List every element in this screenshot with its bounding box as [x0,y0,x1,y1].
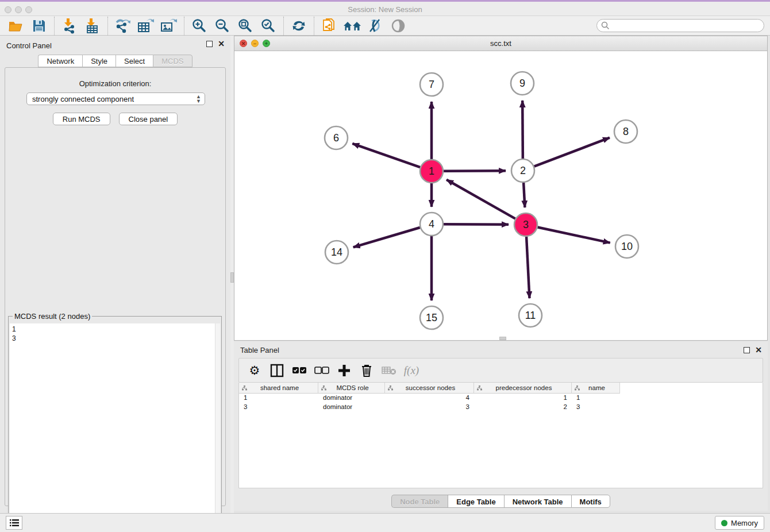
edge-2-8[interactable] [534,138,610,167]
tab-motifs[interactable]: Motifs [571,495,610,508]
node-3[interactable]: 3 [514,213,537,236]
export-network-icon[interactable] [111,17,134,34]
node-table[interactable]: shared nameMCDS rolesuccessor nodesprede… [238,383,763,488]
show-all-networks-icon[interactable] [341,17,364,34]
column-header-MCDS-role[interactable]: MCDS role [318,383,385,394]
table-panel-float-icon[interactable] [744,347,750,353]
network-graph[interactable]: 7968124314101511 [234,51,767,340]
node-8[interactable]: 8 [614,120,637,143]
toolbar-separator [184,17,184,35]
edge-2-3[interactable] [523,183,525,207]
node-1[interactable]: 1 [420,160,443,183]
node-14[interactable]: 14 [325,241,348,264]
mcds-result-title: MCDS result (2 nodes) [13,312,92,321]
node-7[interactable]: 7 [420,73,443,96]
refresh-icon[interactable] [287,17,310,34]
tab-style[interactable]: Style [82,55,116,67]
edge-1-6[interactable] [352,144,420,167]
edge-4-14[interactable] [353,228,420,247]
delete-table-icon[interactable] [379,362,399,379]
tab-network-table[interactable]: Network Table [504,495,571,508]
task-history-button[interactable] [6,516,22,530]
node-6[interactable]: 6 [325,126,348,149]
memory-button[interactable]: Memory [715,516,764,530]
column-header-predecessor-nodes[interactable]: predecessor nodes [474,383,572,394]
column-header-successor-nodes[interactable]: successor nodes [385,383,474,394]
add-column-icon[interactable] [334,362,354,379]
hide-style-icon[interactable] [364,17,387,34]
table-cell[interactable]: 3 [239,403,318,412]
column-type-icon [575,385,580,391]
control-panel-float-icon[interactable] [206,41,213,47]
network-canvas[interactable]: 7968124314101511 [234,51,767,340]
deselect-all-rows-icon[interactable] [312,362,332,379]
export-image-icon[interactable] [157,17,180,34]
zoom-in-icon[interactable] [188,17,211,34]
close-panel-button[interactable]: Close panel [119,113,178,125]
memory-status-icon [721,520,727,526]
table-cell[interactable]: dominator [318,403,385,412]
svg-text:15: 15 [426,312,437,323]
node-10[interactable]: 10 [615,235,638,258]
node-2[interactable]: 2 [511,159,534,182]
column-header-shared-name[interactable]: shared name [239,383,318,394]
column-header-name[interactable]: name [572,383,620,394]
table-cell[interactable]: 1 [239,394,318,403]
edge-3-1[interactable] [446,180,515,219]
show-hidden-icon[interactable] [387,17,410,34]
table-row[interactable]: 3dominator323 [239,403,763,412]
edge-3-10[interactable] [538,227,610,242]
zoom-fit-icon[interactable] [234,17,257,34]
edge-3-11[interactable] [526,237,529,298]
tab-mcds[interactable]: MCDS [153,55,192,67]
edge-2-9[interactable] [522,101,523,159]
table-cell[interactable]: 3 [385,403,474,412]
zoom-selected-icon[interactable] [257,17,280,34]
delete-column-icon[interactable] [357,362,376,379]
node-11[interactable]: 11 [519,304,542,327]
run-mcds-button[interactable]: Run MCDS [53,113,110,125]
import-table-icon[interactable] [81,17,104,34]
svg-text:7: 7 [429,79,434,90]
table-cell[interactable]: dominator [318,394,385,403]
node-15[interactable]: 15 [420,306,443,329]
select-all-rows-icon[interactable] [290,362,309,379]
column-type-icon [321,385,326,391]
edge-4-3[interactable] [444,224,509,225]
toolbar-separator [283,17,284,35]
apply-function-icon[interactable]: f(x) [402,362,421,379]
mcds-result-scrollbar[interactable] [215,323,220,532]
tab-select[interactable]: Select [116,55,153,67]
table-panel-close-icon[interactable]: ✕ [755,347,762,353]
table-settings-icon[interactable]: ⚙ [245,362,264,379]
network-window-titlebar[interactable]: ✕ − + scc.txt [234,36,767,51]
export-table-icon[interactable] [134,17,157,34]
copy-network-icon[interactable] [318,17,341,34]
show-columns-icon[interactable] [267,362,287,379]
node-9[interactable]: 9 [511,72,534,95]
tab-edge-table[interactable]: Edge Table [448,495,503,508]
search-input[interactable] [596,19,764,32]
toolbar-separator [314,17,314,35]
table-row[interactable]: 1dominator411 [239,394,763,403]
mcds-result-text[interactable]: 1 3 [10,323,215,532]
svg-text:14: 14 [331,246,342,258]
table-cell[interactable]: 1 [474,394,572,403]
optimization-criterion-select[interactable]: strongly connected component ▲▼ [26,92,205,105]
control-panel: Control Panel ✕ Network Style Select MCD… [0,36,230,513]
tab-node-table[interactable]: Node Table [391,495,448,508]
svg-text:3: 3 [523,219,529,230]
table-cell[interactable]: 2 [474,403,572,412]
save-session-icon[interactable] [28,17,51,34]
edge-1-2[interactable] [444,171,506,171]
table-cell[interactable]: 4 [385,394,474,403]
network-table-splitter-grip[interactable] [499,337,506,340]
table-cell[interactable]: 1 [572,394,620,403]
control-panel-close-icon[interactable]: ✕ [218,41,225,47]
open-session-icon[interactable] [5,17,28,34]
zoom-out-icon[interactable] [211,17,234,34]
import-network-icon[interactable] [58,17,81,34]
tab-network[interactable]: Network [38,55,82,67]
table-cell[interactable]: 3 [572,403,620,412]
node-4[interactable]: 4 [420,213,443,236]
